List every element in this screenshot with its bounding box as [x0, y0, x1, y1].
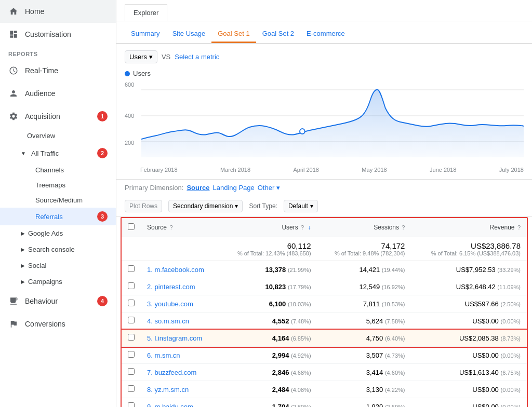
sidebar-item-behaviour[interactable]: Behaviour 4: [0, 290, 116, 313]
sidebar-item-conversions[interactable]: Conversions: [0, 313, 116, 335]
row-checkbox-1[interactable]: [128, 282, 135, 289]
sidebar-item-sourcemedium[interactable]: Source/Medium: [0, 193, 116, 208]
sidebar-item-searchconsole[interactable]: ▶ Search console: [0, 241, 116, 257]
source-link-3[interactable]: 4. so.m.sm.cn: [147, 317, 189, 325]
sidebar-item-acquisition[interactable]: Acquisition 1: [0, 105, 116, 128]
chart-container: 600 400 200: [125, 79, 524, 162]
select-metric-link[interactable]: Select a metric: [175, 53, 219, 61]
revenue-pct-7: (0.00%): [500, 387, 521, 393]
campaigns-arrow-icon: ▶: [21, 279, 25, 284]
revenue-val-6: US$1,613.40: [459, 369, 499, 376]
metric-label: Users: [129, 53, 147, 61]
treemaps-label: Treemaps: [35, 181, 65, 189]
users-info-icon[interactable]: ?: [301, 224, 304, 230]
totals-row: 60,112 % of Total: 12.43% (483,650) 74,1…: [122, 237, 527, 261]
dim-landing-link[interactable]: Landing Page: [213, 184, 255, 192]
tab-goal-set-2[interactable]: Goal Set 2: [256, 25, 300, 43]
tab-summary[interactable]: Summary: [125, 25, 166, 43]
x-label-feb: February 2018: [140, 167, 178, 173]
row-checkbox-3[interactable]: [128, 317, 135, 323]
sessions-val-6: 3,414: [366, 369, 383, 376]
sessions-pct-6: (4.60%): [385, 370, 405, 376]
revenue-val-0: US$7,952.53: [456, 266, 496, 274]
th-sessions: Sessions ?: [317, 218, 411, 237]
svg-point-3: [300, 129, 305, 134]
source-link-4[interactable]: 5. l.instagram.com: [147, 334, 202, 342]
row-checkbox-0[interactable]: [128, 265, 135, 272]
googleads-label: Google Ads: [28, 229, 63, 237]
tab-goal-set-1[interactable]: Goal Set 1: [211, 25, 256, 43]
sidebar-item-treemaps[interactable]: Treemaps: [0, 178, 116, 193]
secondary-dimension-select[interactable]: Secondary dimension ▾: [168, 200, 243, 212]
table-row: 9. m.baidu.com 1,704 (2.80%) 1,920 (2.59…: [122, 398, 527, 408]
y-label-600: 600: [125, 82, 134, 88]
sessions-info-icon[interactable]: ?: [402, 224, 405, 230]
sidebar-item-overview[interactable]: Overview: [0, 128, 116, 144]
row-checkbox-4[interactable]: [128, 334, 135, 341]
sidebar-item-audience[interactable]: Audience: [0, 82, 116, 105]
dim-other-link[interactable]: Other ▾: [258, 184, 280, 192]
x-label-jul: July 2018: [499, 167, 524, 173]
totals-users-pct: % of Total: 12.43% (483,650): [226, 250, 311, 256]
vs-label: VS: [162, 53, 170, 61]
source-link-0[interactable]: 1. m.facebook.com: [147, 266, 204, 274]
users-pct-4: (6.85%): [291, 335, 311, 342]
line-chart: [141, 79, 524, 162]
behaviour-icon: [8, 296, 19, 306]
behaviour-label: Behaviour: [25, 297, 58, 305]
source-link-1[interactable]: 2. pinterest.com: [147, 283, 195, 291]
row-checkbox-5[interactable]: [128, 351, 135, 358]
row-checkbox-7[interactable]: [128, 385, 135, 392]
users-val-7: 2,484: [272, 386, 289, 394]
sidebar-item-referrals[interactable]: Referrals 3: [0, 208, 116, 225]
plot-rows-button[interactable]: Plot Rows: [125, 200, 162, 212]
row-checkbox-6[interactable]: [128, 368, 135, 375]
table-row: 5. l.instagram.com 4,164 (6.85%) 4,750 (…: [122, 330, 527, 347]
sidebar-item-customisation[interactable]: Customisation: [0, 23, 116, 46]
sort-type-select[interactable]: Default ▾: [284, 200, 318, 212]
dim-source-link[interactable]: Source: [187, 184, 209, 192]
revenue-pct-0: (33.29%): [497, 267, 521, 273]
users-pct-8: (2.80%): [291, 404, 311, 408]
sidebar-item-social[interactable]: ▶ Social: [0, 257, 116, 274]
source-link-2[interactable]: 3. youtube.com: [147, 300, 193, 308]
sessions-pct-4: (6.40%): [385, 335, 405, 342]
social-label: Social: [28, 262, 46, 269]
sub-tabs: Summary Site Usage Goal Set 1 Goal Set 2…: [116, 21, 532, 44]
home-label: Home: [25, 7, 44, 16]
source-link-5[interactable]: 6. m.sm.cn: [147, 351, 180, 359]
revenue-val-3: US$0.00: [472, 317, 499, 325]
googleads-arrow-icon: ▶: [21, 230, 25, 236]
tab-site-usage[interactable]: Site Usage: [166, 25, 212, 43]
source-link-7[interactable]: 8. yz.m.sm.cn: [147, 386, 189, 394]
sidebar-item-googleads[interactable]: ▶ Google Ads: [0, 225, 116, 241]
select-all-checkbox[interactable]: [128, 223, 135, 230]
row-checkbox-8[interactable]: [128, 402, 135, 407]
overview-label: Overview: [27, 132, 55, 140]
col-users-label: Users: [282, 224, 298, 231]
users-pct-3: (7.48%): [291, 318, 311, 324]
th-source: Source ?: [141, 218, 220, 237]
sort-type-arrow-icon: ▾: [310, 202, 313, 210]
sidebar-item-campaigns[interactable]: ▶ Campaigns: [0, 274, 116, 290]
users-pct-2: (10.03%): [288, 301, 311, 307]
sidebar-item-alltraffic[interactable]: ▼ All Traffic 2: [0, 144, 116, 162]
sessions-pct-2: (10.53%): [382, 301, 405, 307]
sidebar-item-realtime[interactable]: Real-Time: [0, 59, 116, 82]
tab-ecommerce[interactable]: E-commerce: [300, 25, 351, 43]
row-checkbox-2[interactable]: [128, 300, 135, 306]
sessions-pct-0: (19.44%): [382, 267, 405, 273]
home-icon: [8, 6, 19, 17]
source-link-8[interactable]: 9. m.baidu.com: [147, 403, 193, 408]
table-row: 1. m.facebook.com 13,378 (21.99%) 14,421…: [122, 261, 527, 278]
source-info-icon[interactable]: ?: [169, 224, 172, 230]
sessions-val-3: 5,624: [366, 317, 383, 325]
revenue-info-icon[interactable]: ?: [517, 224, 521, 230]
sidebar-item-home[interactable]: Home: [0, 0, 116, 23]
metric-button[interactable]: Users ▾: [125, 50, 157, 63]
users-pct-0: (21.99%): [288, 267, 311, 273]
table-outer-wrapper: Source ? Users ? ↓ Sessions ? Revenue: [121, 217, 528, 407]
explorer-tab[interactable]: Explorer: [125, 4, 167, 21]
source-link-6[interactable]: 7. buzzfeed.com: [147, 369, 196, 376]
sidebar-item-channels[interactable]: Channels: [0, 162, 116, 178]
